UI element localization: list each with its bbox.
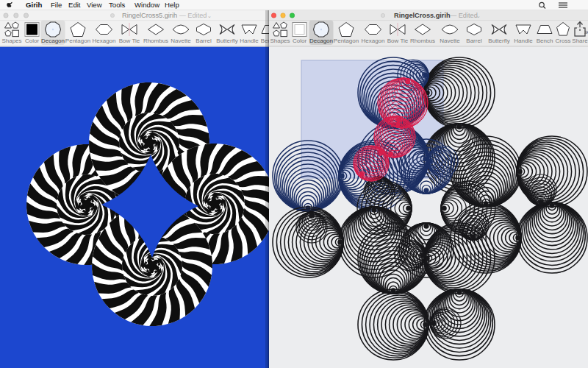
svg-text:RingelCross.girih: RingelCross.girih xyxy=(394,12,451,19)
svg-text:⌄: ⌄ xyxy=(207,13,212,18)
svg-text:Bench: Bench xyxy=(537,38,553,44)
svg-text:Color: Color xyxy=(293,38,306,44)
svg-text:Navette: Navette xyxy=(440,38,460,44)
svg-text:Butterfly: Butterfly xyxy=(488,38,509,44)
svg-text:»: » xyxy=(584,28,588,36)
svg-text:Butterfly: Butterfly xyxy=(216,38,237,44)
svg-text:Edit: Edit xyxy=(68,1,81,9)
svg-text:Cross: Cross xyxy=(556,38,571,44)
svg-text:Rhombus: Rhombus xyxy=(143,38,168,44)
svg-text:Hexagon: Hexagon xyxy=(361,38,384,44)
svg-text:⌄: ⌄ xyxy=(476,13,481,18)
svg-text:Navette: Navette xyxy=(171,38,191,44)
svg-text:Shapes: Shapes xyxy=(270,38,290,44)
svg-text:— Edited: — Edited xyxy=(450,12,478,19)
svg-text:Bow Tie: Bow Tie xyxy=(387,38,409,44)
svg-text:Color: Color xyxy=(25,38,39,44)
svg-text:Share: Share xyxy=(572,38,588,44)
svg-text:RingelCross5.girih — Edited: RingelCross5.girih — Edited xyxy=(122,12,207,19)
svg-text:Bow Tie: Bow Tie xyxy=(119,38,140,44)
svg-text:Shapes: Shapes xyxy=(1,38,21,44)
svg-text:File: File xyxy=(51,1,62,9)
svg-text:Girih: Girih xyxy=(26,1,43,9)
svg-text:Barrel: Barrel xyxy=(196,38,212,44)
svg-text:Window: Window xyxy=(135,1,159,9)
svg-text:Decagon: Decagon xyxy=(309,38,333,44)
svg-text:Help: Help xyxy=(165,1,179,9)
svg-text:Rhombus: Rhombus xyxy=(410,38,435,44)
svg-text:Tools: Tools xyxy=(109,1,126,9)
svg-text:Decagon: Decagon xyxy=(41,38,65,44)
svg-text:Pentagon: Pentagon xyxy=(334,38,359,44)
svg-text:Handle: Handle xyxy=(240,38,259,44)
svg-text:View: View xyxy=(87,1,102,9)
svg-text:Hexagon: Hexagon xyxy=(92,38,115,44)
svg-text:Barrel: Barrel xyxy=(466,38,482,44)
svg-text:Pentagon: Pentagon xyxy=(65,38,90,44)
svg-text:Handle: Handle xyxy=(514,38,533,44)
